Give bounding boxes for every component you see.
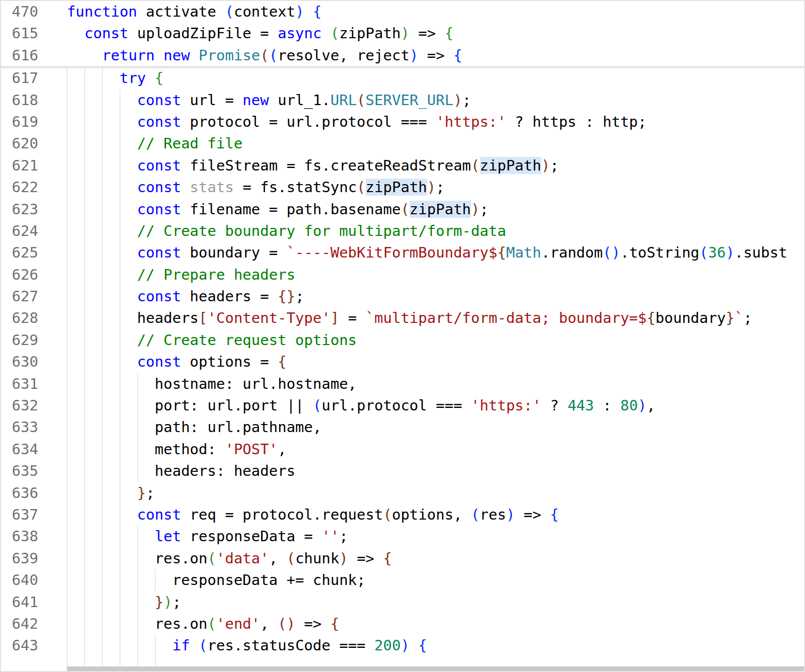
line-number[interactable]: 615: [1, 23, 49, 44]
code-line[interactable]: 635headers: headers: [1, 460, 804, 482]
code-line-content[interactable]: const uploadZipFile = async (zipPath) =>…: [49, 23, 804, 44]
line-number[interactable]: 629: [1, 329, 49, 351]
code-line[interactable]: 624// Create boundary for multipart/form…: [1, 220, 804, 242]
line-number[interactable]: 641: [1, 592, 49, 613]
line-number[interactable]: 642: [1, 613, 49, 635]
line-number[interactable]: 635: [1, 460, 49, 482]
code-line[interactable]: 629// Create request options: [1, 329, 804, 351]
line-number[interactable]: 627: [1, 286, 49, 307]
code-token: headers: headers: [155, 462, 295, 479]
code-line[interactable]: 632port: url.port || (url.protocol === '…: [1, 395, 804, 416]
code-line-content[interactable]: if (res.statusCode === 200) {: [49, 635, 804, 656]
code-line[interactable]: 634method: 'POST',: [1, 439, 804, 460]
code-token: [190, 47, 198, 64]
code-line-content[interactable]: const stats = fs.statSync(zipPath);: [49, 177, 804, 198]
sticky-line[interactable]: 470function activate (context) {: [1, 1, 804, 23]
code-line-content[interactable]: const protocol = url.protocol === 'https…: [49, 111, 804, 133]
code-line[interactable]: 620// Read file: [1, 133, 804, 154]
line-number[interactable]: 623: [1, 199, 49, 220]
code-line[interactable]: 618const url = new url_1.URL(SERVER_URL)…: [1, 90, 804, 111]
line-number[interactable]: 618: [1, 90, 49, 111]
code-line-content[interactable]: responseData += chunk;: [49, 569, 804, 591]
line-number[interactable]: 638: [1, 526, 49, 547]
code-line[interactable]: 633path: url.pathname,: [1, 416, 804, 438]
code-token: filename = path.basename: [181, 201, 401, 218]
code-line-content[interactable]: headers: headers: [49, 460, 804, 482]
code-token: {: [453, 47, 462, 64]
line-number[interactable]: 634: [1, 439, 49, 460]
code-line-content[interactable]: // Prepare headers: [49, 264, 804, 286]
code-line-content[interactable]: const options = {: [49, 351, 804, 373]
code-token: headers =: [181, 288, 278, 305]
code-line-content[interactable]: // Read file: [49, 133, 804, 154]
line-number[interactable]: 625: [1, 242, 49, 264]
code-line[interactable]: 640responseData += chunk;: [1, 569, 804, 591]
code-token: ): [726, 244, 734, 261]
line-number[interactable]: 624: [1, 220, 49, 242]
code-line[interactable]: 639res.on('data', (chunk) => {: [1, 548, 804, 569]
line-number[interactable]: 640: [1, 569, 49, 591]
code-token: URL: [331, 92, 357, 109]
code-line-content[interactable]: method: 'POST',: [49, 439, 804, 460]
line-number[interactable]: 636: [1, 482, 49, 504]
code-line-content[interactable]: path: url.pathname,: [49, 416, 804, 438]
code-line-content[interactable]: };: [49, 482, 804, 504]
line-number[interactable]: 470: [1, 1, 49, 23]
code-line[interactable]: 626// Prepare headers: [1, 264, 804, 286]
code-line[interactable]: 641});: [1, 592, 804, 613]
code-line-content[interactable]: // Create request options: [49, 329, 804, 351]
line-number[interactable]: 626: [1, 264, 49, 286]
code-line-content[interactable]: const url = new url_1.URL(SERVER_URL);: [49, 90, 804, 111]
line-number[interactable]: 628: [1, 307, 49, 329]
code-line-content[interactable]: const fileStream = fs.createReadStream(z…: [49, 155, 804, 177]
code-line-content[interactable]: // Create boundary for multipart/form-da…: [49, 220, 804, 242]
code-line-content[interactable]: const boundary = `----WebKitFormBoundary…: [49, 242, 804, 264]
line-number[interactable]: 639: [1, 548, 49, 569]
code-line[interactable]: 625const boundary = `----WebKitFormBound…: [1, 242, 804, 264]
code-line[interactable]: 627const headers = {};: [1, 286, 804, 307]
code-line-content[interactable]: port: url.port || (url.protocol === 'htt…: [49, 395, 804, 416]
line-number[interactable]: 619: [1, 111, 49, 133]
sticky-line[interactable]: 615const uploadZipFile = async (zipPath)…: [1, 23, 804, 44]
line-number[interactable]: 637: [1, 504, 49, 526]
line-number[interactable]: 616: [1, 45, 49, 66]
line-number[interactable]: 643: [1, 635, 49, 656]
code-line[interactable]: 637const req = protocol.request(options,…: [1, 504, 804, 526]
code-line-content[interactable]: res.on('end', () => {: [49, 613, 804, 635]
code-line-content[interactable]: res.on('data', (chunk) => {: [49, 548, 804, 569]
code-line-content[interactable]: function activate (context) {: [49, 1, 804, 23]
line-number[interactable]: 622: [1, 177, 49, 198]
line-number[interactable]: 631: [1, 373, 49, 395]
code-line[interactable]: 617try {: [1, 67, 804, 89]
line-number[interactable]: 632: [1, 395, 49, 416]
code-token: [410, 637, 418, 654]
code-line[interactable]: 628headers['Content-Type'] = `multipart/…: [1, 307, 804, 329]
code-line[interactable]: 642res.on('end', () => {: [1, 613, 804, 635]
code-line[interactable]: 621const fileStream = fs.createReadStrea…: [1, 155, 804, 177]
code-line-content[interactable]: try {: [49, 67, 804, 89]
code-line-content[interactable]: const filename = path.basename(zipPath);: [49, 199, 804, 220]
code-line-content[interactable]: hostname: url.hostname,: [49, 373, 804, 395]
horizontal-scrollbar-thumb[interactable]: [67, 666, 804, 671]
code-line-content[interactable]: return new Promise((resolve, reject) => …: [49, 45, 804, 66]
code-line[interactable]: 623const filename = path.basename(zipPat…: [1, 199, 804, 220]
code-line[interactable]: 643if (res.statusCode === 200) {: [1, 635, 804, 656]
code-token: boundary: [656, 309, 726, 326]
code-line[interactable]: 636};: [1, 482, 804, 504]
line-number[interactable]: 621: [1, 155, 49, 177]
line-number[interactable]: 620: [1, 133, 49, 154]
code-line-content[interactable]: let responseData = '';: [49, 526, 804, 547]
code-line[interactable]: 622const stats = fs.statSync(zipPath);: [1, 177, 804, 198]
code-line-content[interactable]: headers['Content-Type'] = `multipart/for…: [49, 307, 804, 329]
code-line[interactable]: 619const protocol = url.protocol === 'ht…: [1, 111, 804, 133]
line-number[interactable]: 630: [1, 351, 49, 373]
code-line-content[interactable]: const headers = {};: [49, 286, 804, 307]
code-line-content[interactable]: });: [49, 592, 804, 613]
code-line[interactable]: 631hostname: url.hostname,: [1, 373, 804, 395]
line-number[interactable]: 617: [1, 67, 49, 89]
code-line[interactable]: 638let responseData = '';: [1, 526, 804, 547]
line-number[interactable]: 633: [1, 416, 49, 438]
code-line[interactable]: 630const options = {: [1, 351, 804, 373]
code-line-content[interactable]: const req = protocol.request(options, (r…: [49, 504, 804, 526]
sticky-line[interactable]: 616return new Promise((resolve, reject) …: [1, 45, 804, 66]
